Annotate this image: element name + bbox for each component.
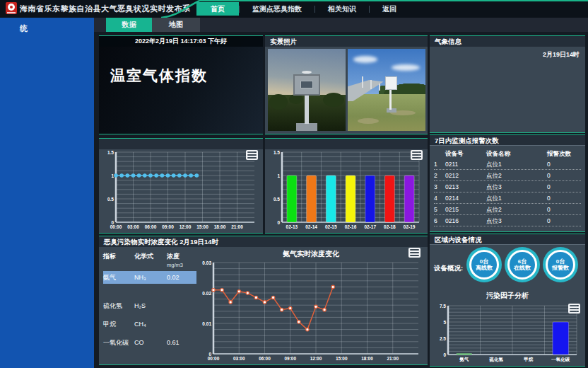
svg-text:15:00: 15:00 [196,224,208,229]
alarm-table-header: 设备号 设备名称 报警次数 [434,149,581,159]
svg-text:03:00: 03:00 [233,356,245,361]
pollutants-panel-title: 恶臭污染物实时浓度变化 2月19日14时 [99,236,428,247]
svg-text:12:00: 12:00 [310,356,322,361]
device-stat-circles: 0台 离线数 6台 在线数 0台 报警数 [469,250,575,280]
col-alarm-count: 报警次数 [547,149,578,159]
index-chart-header [99,139,263,149]
svg-text:0.03: 0.03 [202,260,211,265]
daily-bar-chart-panel: 02-1302-1402-1502-1602-1702-1802-1900.51… [265,138,428,234]
offline-count-badge: 0台 离线数 [469,250,499,280]
svg-text:1: 1 [277,173,280,178]
svg-text:0: 0 [277,220,280,225]
svg-text:21:00: 21:00 [387,356,399,361]
svg-text:2.5: 2.5 [440,336,446,341]
svg-text:02-19: 02-19 [404,224,416,229]
svg-text:03:00: 03:00 [127,224,139,229]
title-wrap-char: 统 [20,23,28,34]
table-row: 30213点位30 [434,181,581,192]
site-photo-field [348,49,425,131]
index-line-chart-panel: 00:0003:0006:0009:0012:0015:0018:0021:00… [99,138,263,234]
svg-text:一氧化碳: 一氧化碳 [551,357,570,362]
pollutant-row[interactable]: 一氧化碳CO0.61 [103,336,196,349]
alarm-table-body: 10211点位1020212点位2030213点位3040214点位105021… [434,159,581,226]
svg-text:0.5: 0.5 [274,197,280,202]
photos-panel: 实景照片 [265,35,428,134]
svg-text:02-13: 02-13 [286,224,298,229]
table-row: 20212点位20 [434,170,581,181]
nh3-line-chart: 00:0003:0006:0009:0012:0015:0018:0021:00… [198,259,424,362]
table-row: 10211点位10 [434,159,581,170]
svg-text:0: 0 [208,352,211,357]
svg-text:02-15: 02-15 [325,224,337,229]
nav-home[interactable]: 首页 [196,2,239,16]
online-count-badge: 6台 在线数 [507,250,537,280]
greeting-panel: 2022年2月19日 14:17:03 下午好 温室气体指数 [99,35,263,134]
svg-text:09:00: 09:00 [162,224,174,229]
alarm-count-badge: 0台 报警数 [546,250,575,280]
col-device-id: 设备号 [445,149,486,159]
col-formula: 化学式 [134,252,167,268]
factor-bar-chart: 氨气硫化氢甲烷一氧化碳02.557.5 [433,302,582,363]
alarm-panel-title: 7日内监测点报警次数 [430,135,585,146]
chart-menu-icon[interactable] [408,248,421,258]
svg-text:02-14: 02-14 [305,224,317,229]
svg-text:甲烷: 甲烷 [524,357,534,362]
nh3-chart-title: 氨气实时浓度变化 [198,249,424,259]
alarm-table: 设备号 设备名称 报警次数 10211点位1020212点位2030213点位3… [434,149,581,226]
main-nav: 首页 监测点恶臭指数 相关知识 返回 [196,1,409,16]
svg-text:18:00: 18:00 [214,224,226,229]
svg-text:0.5: 0.5 [107,197,114,202]
concentration-unit: mg/m3 [167,262,183,268]
daily-chart-header [265,139,428,149]
svg-text:09:00: 09:00 [284,356,296,361]
pollutant-table-header: 指标 化学式 浓度 mg/m3 [103,252,196,268]
factor-analysis-title: 污染因子分析 [430,291,585,301]
devices-panel-title: 区域内设备情况 [430,234,585,245]
tab-map[interactable]: 地图 [152,18,200,32]
pollutant-row[interactable]: 甲烷CH₄ [103,318,196,330]
top-header: 海南省乐东黎族自治县大气恶臭状况实时发布系 首页 监测点恶臭指数 相关知识 返回 [0,0,588,18]
svg-text:1.5: 1.5 [274,150,280,155]
pollutant-table: 指标 化学式 浓度 mg/m3 氨气NH₃0.02硫化氢H₂S甲烷CH₄一氧化碳… [103,252,196,349]
col-device-name: 设备名称 [486,149,547,159]
svg-text:02-17: 02-17 [364,224,376,229]
index-line-chart: 00:0003:0006:0009:0012:0015:0018:0021:00… [100,149,260,231]
brand-logo-icon [6,2,17,14]
svg-text:氨气: 氨气 [459,357,469,362]
svg-text:02-16: 02-16 [345,224,357,229]
weather-panel-title: 气象信息 [430,36,585,47]
tab-strip: 数据 地图 [94,18,588,32]
table-row: 60216点位30 [434,215,581,226]
svg-text:12:00: 12:00 [180,224,192,229]
tab-data[interactable]: 数据 [106,18,152,32]
nav-odor-index[interactable]: 监测点恶臭指数 [240,2,314,16]
weather-date: 2月19日14时 [543,50,580,59]
svg-text:硫化氢: 硫化氢 [489,357,504,362]
device-overview-label: 设备概况: [434,264,463,273]
col-indicator: 指标 [103,252,134,268]
svg-text:15:00: 15:00 [336,356,348,361]
weather-panel: 气象信息 2月19日14时 [430,35,585,133]
photos-panel-title: 实景照片 [265,36,428,47]
svg-text:06:00: 06:00 [145,224,157,229]
pollutant-table-body: 氨气NH₃0.02硫化氢H₂S甲烷CH₄一氧化碳CO0.61 [103,271,196,349]
svg-text:5: 5 [443,320,446,325]
svg-text:1: 1 [111,173,114,178]
svg-text:06:00: 06:00 [259,356,271,361]
greenhouse-gas-title: 温室气体指数 [110,66,208,86]
svg-text:7.5: 7.5 [440,304,446,309]
table-row: 40214点位10 [434,192,581,204]
dashboard-root: 海南省乐东黎族自治县大气恶臭状况实时发布系 首页 监测点恶臭指数 相关知识 返回… [0,0,588,368]
site-photo-dusk [268,49,346,131]
svg-text:00:00: 00:00 [110,224,122,229]
pollutants-panel: 恶臭污染物实时浓度变化 2月19日14时 指标 化学式 浓度 mg/m3 氨气N… [99,236,428,365]
svg-text:18:00: 18:00 [361,356,373,361]
svg-text:0.01: 0.01 [202,321,211,326]
pollutant-row[interactable]: 硫化氢H₂S [103,299,196,312]
nav-knowledge[interactable]: 相关知识 [315,2,369,16]
svg-text:00:00: 00:00 [208,356,220,361]
nav-back[interactable]: 返回 [370,2,409,16]
pollutant-row[interactable]: 氨气NH₃0.02 [103,271,196,284]
col-concentration: 浓度 mg/m3 [167,252,196,268]
svg-text:0: 0 [443,352,446,357]
